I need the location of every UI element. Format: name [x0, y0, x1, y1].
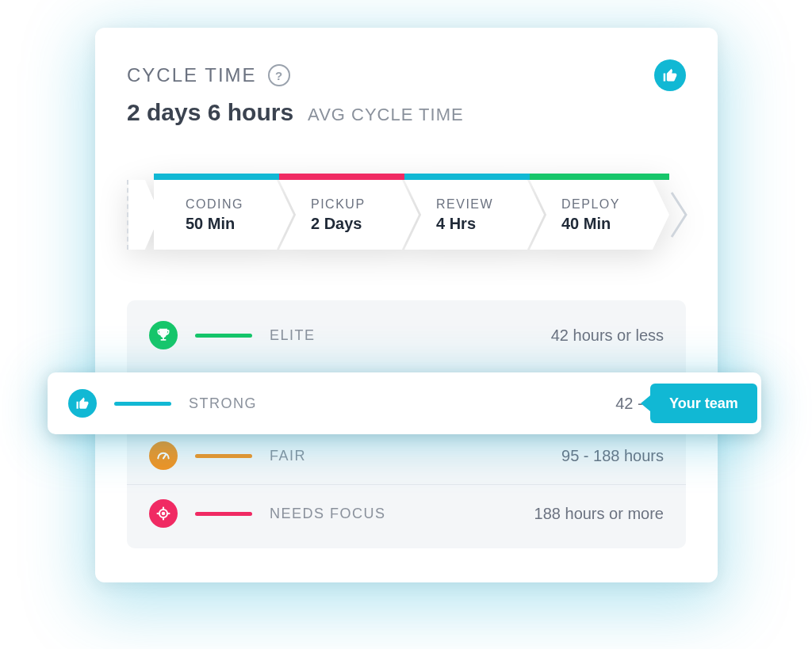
help-icon[interactable]: ?	[268, 64, 290, 86]
stage-bar	[279, 174, 419, 180]
svg-line-0	[163, 454, 166, 458]
target-icon	[149, 499, 178, 528]
stage-value: 4 Hrs	[436, 215, 544, 233]
level-line	[195, 512, 252, 516]
trailing-chevron-icon	[663, 180, 695, 250]
stage-label: REVIEW	[436, 197, 544, 212]
title-wrap: CYCLE TIME ?	[127, 64, 290, 86]
stage-label: PICKUP	[311, 197, 419, 212]
stage-deploy[interactable]: DEPLOY 40 Min	[530, 174, 669, 250]
cycle-time-card: CYCLE TIME ? 2 days 6 hours AVG CYCLE TI…	[95, 28, 718, 582]
stage-coding[interactable]: CODING 50 Min	[154, 174, 293, 250]
stage-value: 40 Min	[561, 215, 669, 233]
level-line	[195, 334, 252, 338]
stage-bar	[530, 174, 669, 180]
level-range: 42 hours or less	[404, 326, 664, 345]
your-team-label: Your team	[669, 395, 738, 412]
avg-cycle-label: AVG CYCLE TIME	[308, 105, 464, 125]
stage-bar	[154, 174, 293, 180]
stage-breakdown: CODING 50 Min PICKUP 2 Days REVIEW 4 Hrs	[127, 174, 686, 269]
stage-pickup[interactable]: PICKUP 2 Days	[279, 174, 419, 250]
your-team-badge: Your team	[650, 384, 757, 423]
stage-value: 50 Min	[186, 215, 293, 233]
card-title: CYCLE TIME	[127, 64, 257, 86]
summary-row: 2 days 6 hours AVG CYCLE TIME	[127, 99, 686, 126]
level-name: STRONG	[189, 395, 324, 412]
level-range: 95 - 188 hours	[404, 447, 664, 465]
trophy-icon	[149, 321, 178, 349]
thumbs-up-icon	[654, 59, 686, 91]
avg-cycle-value: 2 days 6 hours	[127, 99, 293, 126]
card-header: CYCLE TIME ?	[127, 59, 686, 91]
stage-review[interactable]: REVIEW 4 Hrs	[404, 174, 544, 250]
gauge-icon	[149, 441, 178, 470]
stage-label: DEPLOY	[561, 197, 669, 212]
level-row-elite: ELITE 42 hours or less	[127, 307, 686, 364]
level-name: ELITE	[270, 327, 404, 344]
level-range: 188 hours or more	[404, 505, 664, 523]
thumbs-up-icon	[68, 389, 97, 418]
stage-label: CODING	[186, 197, 293, 212]
level-name: FAIR	[270, 448, 404, 464]
level-row-fair: FAIR 95 - 188 hours	[127, 426, 686, 484]
level-line	[114, 402, 171, 406]
level-row-needs-focus: NEEDS FOCUS 188 hours or more	[127, 484, 686, 542]
stage-bar	[404, 174, 544, 180]
level-line	[195, 454, 252, 458]
svg-point-2	[163, 513, 165, 515]
level-name: NEEDS FOCUS	[270, 506, 404, 522]
stage-value: 2 Days	[311, 215, 419, 233]
